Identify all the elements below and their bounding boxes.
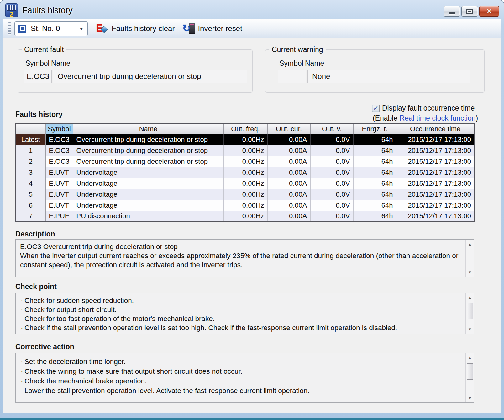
corrective-action-list: Set the deceleration time longer.Check t… <box>16 353 465 402</box>
faults-history-section-title: Faults history <box>15 110 63 119</box>
row-index: Latest <box>16 134 45 145</box>
corrective-action-scrollbar[interactable]: ▲ ▼ <box>465 353 474 402</box>
cell-volt: 0.0V <box>310 178 353 189</box>
cell-symbol: E.OC3 <box>45 145 73 156</box>
cell-freq: 0.00Hz <box>223 167 267 178</box>
minimize-button[interactable] <box>444 6 460 17</box>
bullet-item: Check for output short-circuit. <box>20 305 461 314</box>
table-row[interactable]: 5E.UVTUndervoltage0.00Hz0.00A0.0V64h2015… <box>16 189 475 200</box>
display-time-checkbox[interactable]: ✓ <box>372 105 380 112</box>
chevron-down-icon: ▼ <box>79 26 84 31</box>
cell-time: 2015/12/17 17:13:00 <box>396 178 475 189</box>
col-out-freq[interactable]: Out. freq. <box>223 124 267 134</box>
maximize-button[interactable] <box>461 6 478 17</box>
name-label: Name <box>51 59 70 68</box>
cell-symbol: E.UVT <box>45 167 73 178</box>
description-scrollbar[interactable]: ▲ ▼ <box>465 240 474 277</box>
cell-time: 2015/12/17 17:13:00 <box>396 200 475 211</box>
close-icon: ✕ <box>486 8 492 15</box>
cell-time: 2015/12/17 17:13:00 <box>396 167 475 178</box>
current-fault-group: Current fault Symbol Name E.OC3 Overcurr… <box>18 49 253 93</box>
cell-symbol: E.PUE <box>45 211 73 222</box>
row-index: 1 <box>16 145 45 156</box>
inverter-reset-button[interactable]: ↻ Inverter reset <box>183 22 242 35</box>
cell-cur: 0.00A <box>267 167 310 178</box>
col-symbol[interactable]: Symbol <box>45 124 73 134</box>
station-icon <box>18 25 26 33</box>
col-enrgz[interactable]: Enrgz. t. <box>353 124 396 134</box>
close-button[interactable]: ✕ <box>479 6 499 17</box>
cell-enrgz: 64h <box>353 145 396 156</box>
symbol-label: Symbol <box>279 59 303 68</box>
bullet-item: Check for too fast operation of the moto… <box>20 314 461 323</box>
window-title: Faults history <box>22 6 73 15</box>
cell-cur: 0.00A <box>267 178 310 189</box>
corrective-action-box: Set the deceleration time longer.Check t… <box>15 353 474 403</box>
cell-freq: 0.00Hz <box>223 178 267 189</box>
check-point-scrollbar[interactable]: ▲ ▼ <box>465 293 474 334</box>
cell-symbol: E.UVT <box>45 189 73 200</box>
real-time-clock-link[interactable]: Real time clock function <box>400 114 476 122</box>
cell-name: Overcurrent trip during deceleration or … <box>73 145 223 156</box>
table-row[interactable]: 6E.UVTUndervoltage0.00Hz0.00A0.0V64h2015… <box>16 200 475 211</box>
table-row[interactable]: 2E.OC3Overcurrent trip during decelerati… <box>16 156 475 167</box>
table-row[interactable]: 7E.PUEPU disconnection0.00Hz0.00A0.0V64h… <box>16 211 475 222</box>
cell-name: Overcurrent trip during deceleration or … <box>73 134 223 145</box>
main-area: St. No. 0 ▼ E Faults history clear ↻ Inv… <box>3 19 501 413</box>
table-header-row: Symbol Name Out. freq. Out. cur. Out. v.… <box>16 124 475 134</box>
cell-volt: 0.0V <box>310 145 353 156</box>
table-row[interactable]: 3E.UVTUndervoltage0.00Hz0.00A0.0V64h2015… <box>16 167 475 178</box>
col-out-v[interactable]: Out. v. <box>310 124 353 134</box>
scroll-down-icon[interactable]: ▼ <box>467 269 473 276</box>
scroll-up-icon[interactable]: ▲ <box>467 294 473 301</box>
bullet-item: Set the deceleration time longer. <box>20 357 461 366</box>
occurrence-time-option: ✓ Display fault occurrence time (Enable … <box>372 104 478 122</box>
cell-freq: 0.00Hz <box>223 211 267 222</box>
cell-enrgz: 64h <box>353 178 396 189</box>
col-time[interactable]: Occurrence time <box>396 124 475 134</box>
table-row[interactable]: 1E.OC3Overcurrent trip during decelerati… <box>16 145 475 156</box>
bullet-item: Check the mechanical brake operation. <box>20 376 461 386</box>
cell-cur: 0.00A <box>267 134 310 145</box>
symbol-label: Symbol <box>25 59 50 68</box>
cell-enrgz: 64h <box>353 200 396 211</box>
scrollbar-thumb[interactable] <box>467 363 473 380</box>
cell-name: PU disconnection <box>73 211 223 222</box>
cell-volt: 0.0V <box>310 156 353 167</box>
faults-history-clear-button[interactable]: E Faults history clear <box>96 22 175 35</box>
table-row[interactable]: LatestE.OC3Overcurrent trip during decel… <box>16 134 475 145</box>
inverter-reset-label: Inverter reset <box>198 24 242 33</box>
cell-enrgz: 64h <box>353 167 396 178</box>
row-index: 6 <box>16 200 45 211</box>
scroll-up-icon[interactable]: ▲ <box>467 354 473 361</box>
current-warning-symbol: --- <box>278 70 306 83</box>
check-point-title: Check point <box>15 283 57 291</box>
check-icon: ✓ <box>373 105 379 111</box>
col-name[interactable]: Name <box>73 124 223 134</box>
cell-name: Undervoltage <box>73 189 223 200</box>
scroll-down-icon[interactable]: ▼ <box>467 326 473 333</box>
cell-time: 2015/12/17 17:13:00 <box>396 156 475 167</box>
cell-volt: 0.0V <box>310 189 353 200</box>
cell-time: 2015/12/17 17:13:00 <box>396 211 475 222</box>
current-fault-title: Current fault <box>22 45 66 54</box>
station-value: St. No. 0 <box>31 24 60 33</box>
cell-symbol: E.OC3 <box>45 156 73 167</box>
row-index: 4 <box>16 178 45 189</box>
cell-cur: 0.00A <box>267 200 310 211</box>
app-icon: 2 <box>5 3 18 17</box>
faults-clear-label: Faults history clear <box>112 24 175 33</box>
cell-freq: 0.00Hz <box>223 145 267 156</box>
bullet-item: Check for sudden speed reduction. <box>20 296 461 305</box>
scroll-down-icon[interactable]: ▼ <box>467 395 473 402</box>
cell-freq: 0.00Hz <box>223 156 267 167</box>
cell-freq: 0.00Hz <box>223 200 267 211</box>
scrollbar-thumb[interactable] <box>467 303 473 319</box>
cell-cur: 0.00A <box>267 189 310 200</box>
table-row[interactable]: 4E.UVTUndervoltage0.00Hz0.00A0.0V64h2015… <box>16 178 475 189</box>
station-select[interactable]: St. No. 0 ▼ <box>14 21 88 36</box>
col-index[interactable] <box>16 124 45 134</box>
toolbar-gripper[interactable] <box>8 22 11 35</box>
scroll-up-icon[interactable]: ▲ <box>467 241 473 247</box>
col-out-cur[interactable]: Out. cur. <box>267 124 310 134</box>
